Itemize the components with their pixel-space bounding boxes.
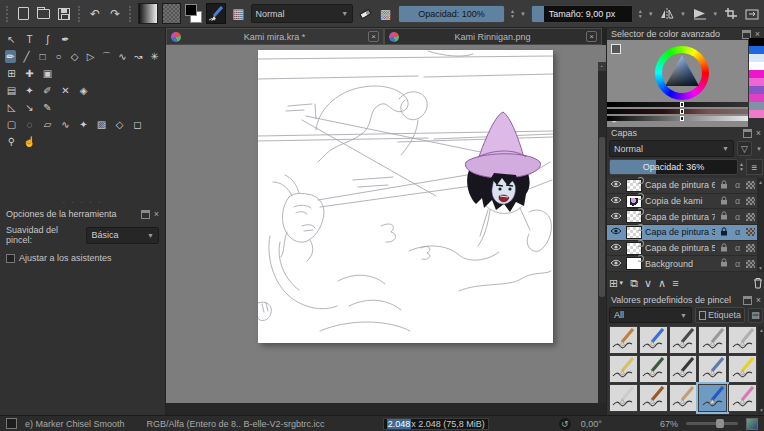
new-document-button[interactable] bbox=[15, 5, 31, 23]
alpha-lock-icon[interactable]: α bbox=[732, 180, 743, 190]
brush-preset-thumbnail[interactable] bbox=[728, 355, 757, 383]
delete-layer-button[interactable] bbox=[753, 276, 763, 290]
open-document-button[interactable] bbox=[35, 5, 51, 23]
freehand-path-tool-icon[interactable]: ∿ bbox=[117, 50, 128, 63]
color-history-swatch[interactable] bbox=[749, 54, 764, 62]
alpha-lock-icon[interactable]: α bbox=[732, 212, 743, 222]
chevron-down-icon[interactable]: ▼ bbox=[520, 11, 526, 17]
line-tool-icon[interactable]: ╱ bbox=[21, 50, 32, 63]
snap-assistants-checkbox[interactable] bbox=[6, 254, 15, 263]
zoom-tool-icon[interactable]: ⚲ bbox=[5, 135, 18, 148]
redo-button[interactable]: ↷ bbox=[107, 5, 123, 23]
move-tool-icon[interactable]: ✚ bbox=[23, 67, 36, 80]
tab-kami-rinnigan[interactable]: Kami Rinnigan.png × bbox=[384, 28, 602, 45]
visibility-eye-icon[interactable] bbox=[609, 259, 623, 269]
alpha-inherit-icon[interactable] bbox=[746, 244, 755, 252]
alpha-inherit-icon[interactable] bbox=[746, 260, 755, 268]
alpha-lock-icon[interactable]: α bbox=[732, 227, 743, 237]
brush-preset-thumbnail[interactable] bbox=[639, 355, 668, 383]
color-history-swatch[interactable] bbox=[749, 86, 764, 94]
alpha-inherit-icon[interactable] bbox=[746, 197, 755, 205]
layer-opacity-slider[interactable]: Opacidad: 36% bbox=[609, 159, 738, 175]
brush-preset-thumbnail[interactable] bbox=[609, 355, 638, 383]
tab-kami-mira[interactable]: Kami mira.kra * × bbox=[166, 28, 384, 45]
contiguous-select-tool-icon[interactable]: ✦ bbox=[77, 118, 90, 131]
layer-thumbnail[interactable] bbox=[626, 242, 642, 255]
fill-tool-icon[interactable]: ◈ bbox=[77, 84, 90, 97]
brush-preset-thumbnail[interactable] bbox=[669, 384, 698, 412]
opacity-slider[interactable]: Opacidad: 100% bbox=[398, 5, 505, 23]
reset-display-button[interactable] bbox=[744, 5, 760, 23]
shade-slider-3[interactable] bbox=[607, 116, 748, 121]
layer-list-scrollbar[interactable]: ▲▼ bbox=[757, 178, 764, 272]
select-shapes-tool-icon[interactable]: ↖ bbox=[5, 33, 18, 46]
hue-ring[interactable] bbox=[655, 46, 709, 100]
close-tab-icon[interactable]: × bbox=[586, 31, 597, 42]
chevron-down-icon[interactable]: ▼ bbox=[712, 11, 718, 17]
toolbar-drag-handle[interactable] bbox=[129, 6, 132, 22]
brush-preset-thumbnail[interactable] bbox=[669, 355, 698, 383]
lock-icon[interactable] bbox=[718, 227, 729, 238]
reload-preset-button[interactable]: ▩ bbox=[377, 5, 393, 23]
wraparound-mode-button[interactable] bbox=[691, 5, 707, 23]
layers-docker-header[interactable]: Capas × bbox=[607, 127, 764, 139]
move-layer-up-button[interactable]: ∧ bbox=[658, 276, 666, 290]
vertical-scrollbar-thumb[interactable] bbox=[599, 137, 605, 297]
close-tab-icon[interactable]: × bbox=[368, 31, 379, 42]
brush-presets-docker-header[interactable]: Valores predefinidos de pincel × bbox=[607, 294, 764, 306]
canvas-rotation-reset-icon[interactable]: ↺ bbox=[559, 418, 571, 430]
chevron-down-icon[interactable]: ▼ bbox=[756, 146, 762, 152]
layer-thumbnail[interactable] bbox=[626, 210, 642, 223]
brush-preset-thumbnail[interactable] bbox=[698, 384, 727, 412]
layer-filter-button[interactable]: ▽ bbox=[737, 141, 752, 156]
opacity-spinner[interactable]: ▲▼ bbox=[510, 9, 515, 19]
toolbar-drag-handle[interactable] bbox=[6, 6, 9, 22]
layer-thumbnail[interactable] bbox=[626, 179, 642, 192]
layer-row[interactable]: Capa de pintura 7α bbox=[607, 209, 757, 225]
pattern-chooser-button[interactable] bbox=[162, 3, 181, 24]
polyline-tool-icon[interactable]: ▷ bbox=[85, 50, 96, 63]
eraser-mode-button[interactable] bbox=[357, 5, 373, 23]
similar-select-tool-icon[interactable]: ▨ bbox=[95, 118, 108, 131]
canvas-viewport[interactable]: ▪ ◂ ▸ bbox=[166, 45, 606, 403]
foreground-background-color[interactable] bbox=[185, 4, 202, 23]
color-history-swatch[interactable] bbox=[749, 70, 764, 78]
alpha-inherit-icon[interactable] bbox=[746, 181, 755, 189]
layer-thumbnail[interactable] bbox=[626, 257, 642, 270]
gradient-chooser-button[interactable] bbox=[138, 3, 157, 24]
scrollbar-corner-button[interactable]: ▪ bbox=[598, 62, 606, 71]
pan-tool-icon[interactable]: ☝ bbox=[23, 135, 36, 148]
selection-mode-icon[interactable] bbox=[6, 418, 17, 429]
polygon-tool-icon[interactable]: ◇ bbox=[69, 50, 80, 63]
canvas-document[interactable] bbox=[258, 50, 553, 343]
undo-button[interactable]: ↶ bbox=[87, 5, 103, 23]
close-docker-icon[interactable]: × bbox=[154, 209, 159, 219]
dynamic-brush-tool-icon[interactable]: ↝ bbox=[133, 50, 144, 63]
freehand-select-tool-icon[interactable]: ∿ bbox=[59, 118, 72, 131]
tag-button[interactable]: Etiqueta bbox=[695, 307, 745, 323]
brush-preset-thumbnail[interactable] bbox=[698, 355, 727, 383]
brush-presets-popup-button[interactable]: ▦ bbox=[230, 5, 246, 23]
transform-tool-icon[interactable]: ⊞ bbox=[5, 67, 18, 80]
layer-thumbnail[interactable] bbox=[626, 195, 642, 208]
float-docker-icon[interactable] bbox=[743, 296, 752, 305]
calligraphy-tool-icon[interactable]: ✒ bbox=[59, 33, 72, 46]
lock-icon[interactable] bbox=[718, 243, 729, 254]
layer-row[interactable]: Capa de pintura 3α bbox=[607, 225, 757, 241]
mirror-canvas-button[interactable] bbox=[659, 5, 675, 23]
ellipse-select-tool-icon[interactable]: ◌ bbox=[23, 118, 36, 131]
poly-select-tool-icon[interactable]: ▱ bbox=[41, 118, 54, 131]
color-history-swatch[interactable] bbox=[749, 46, 764, 54]
visibility-eye-icon[interactable] bbox=[609, 243, 623, 253]
duplicate-layer-button[interactable]: ⧉ bbox=[630, 276, 638, 290]
close-docker-icon[interactable]: × bbox=[756, 295, 761, 305]
vertical-scrollbar[interactable]: ▪ bbox=[598, 62, 606, 403]
reference-tool-icon[interactable]: ✎ bbox=[41, 101, 54, 114]
measure-tool-icon[interactable]: ◺ bbox=[5, 101, 18, 114]
ellipse-tool-icon[interactable]: ○ bbox=[53, 50, 64, 63]
color-history-swatch[interactable] bbox=[749, 78, 764, 86]
color-sampler-tool-icon[interactable]: ✦ bbox=[23, 84, 36, 97]
zoom-to-fit-icon[interactable] bbox=[746, 418, 758, 430]
smoothing-select[interactable]: Básica ▼ bbox=[86, 227, 159, 244]
tool-options-docker-header[interactable]: Opciones de la herramienta × bbox=[0, 207, 165, 221]
